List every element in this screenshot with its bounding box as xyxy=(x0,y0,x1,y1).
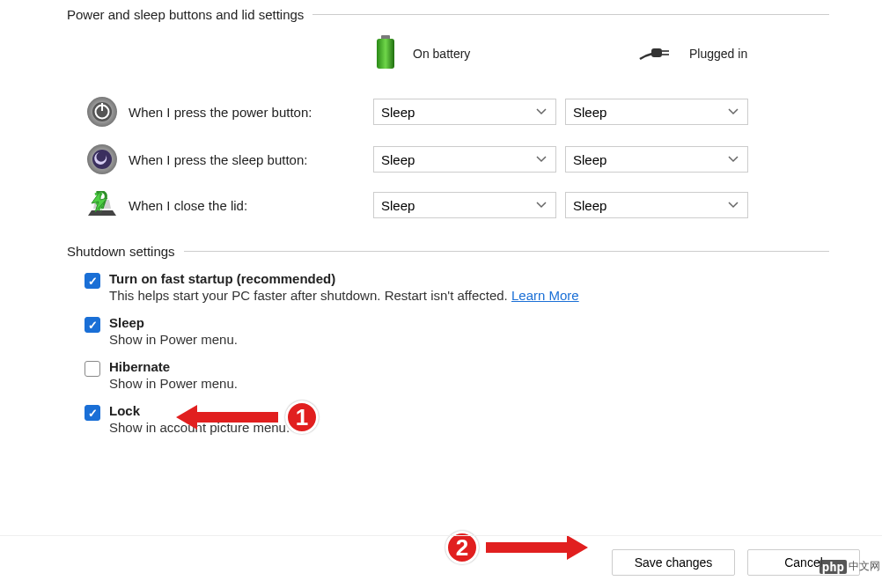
annotation-badge-1: 1 xyxy=(285,401,319,434)
row-power-button: When I press the power button: Sleep Sle… xyxy=(0,96,882,128)
lid-plugged-select[interactable]: Sleep xyxy=(565,192,748,218)
arrow-left-icon xyxy=(176,398,285,437)
section-title: Shutdown settings xyxy=(67,244,175,259)
section-title: Power and sleep buttons and lid settings xyxy=(67,7,304,22)
column-header-battery: On battery xyxy=(374,35,550,73)
divider xyxy=(312,14,829,15)
checkbox-hibernate[interactable] xyxy=(85,361,100,377)
option-subtext: Show in Power menu. xyxy=(109,376,238,391)
checkbox-sleep[interactable]: ✓ xyxy=(85,317,100,333)
svg-rect-2 xyxy=(651,48,662,57)
row-label: When I press the sleep button: xyxy=(129,152,363,167)
option-title: Sleep xyxy=(109,315,238,330)
checkbox-lock[interactable]: ✓ xyxy=(85,405,100,421)
sleep-button-icon xyxy=(76,143,129,175)
sleep-button-plugged-select[interactable]: Sleep xyxy=(565,146,748,173)
svg-rect-1 xyxy=(377,39,394,69)
option-fast-startup: ✓ Turn on fast startup (recommended) Thi… xyxy=(85,271,882,303)
column-headers: On battery Plugged in xyxy=(374,27,882,80)
column-label: On battery xyxy=(413,47,470,61)
lid-icon xyxy=(76,191,129,219)
option-title: Turn on fast startup (recommended) xyxy=(109,271,579,286)
watermark: php 中文网 xyxy=(820,559,880,574)
divider xyxy=(184,251,829,252)
annotation-1: 1 xyxy=(176,398,319,437)
option-hibernate: Hibernate Show in Power menu. xyxy=(85,359,882,391)
power-button-icon xyxy=(76,96,129,128)
watermark-text: 中文网 xyxy=(849,559,880,574)
option-subtext: This helps start your PC faster after sh… xyxy=(109,288,579,303)
battery-icon xyxy=(374,35,397,73)
sleep-button-battery-select[interactable]: Sleep xyxy=(373,146,556,173)
svg-marker-12 xyxy=(176,405,278,430)
plug-icon xyxy=(638,40,673,69)
save-changes-button[interactable]: Save changes xyxy=(612,549,735,576)
power-button-plugged-select[interactable]: Sleep xyxy=(565,99,748,125)
section-header-shutdown: Shutdown settings xyxy=(67,244,829,259)
column-label: Plugged in xyxy=(689,47,747,61)
section-header-power-lid: Power and sleep buttons and lid settings xyxy=(67,7,829,22)
row-label: When I press the power button: xyxy=(129,105,363,120)
row-label: When I close the lid: xyxy=(129,198,363,213)
column-header-plugged: Plugged in xyxy=(638,40,814,69)
learn-more-link[interactable]: Learn More xyxy=(511,288,579,303)
svg-rect-3 xyxy=(662,50,669,52)
checkbox-fast-startup[interactable]: ✓ xyxy=(85,273,100,289)
power-button-battery-select[interactable]: Sleep xyxy=(373,99,556,125)
row-sleep-button: When I press the sleep button: Sleep Sle… xyxy=(0,143,882,175)
watermark-logo: php xyxy=(820,560,847,574)
footer-bar: Save changes Cancel xyxy=(0,535,882,588)
svg-rect-4 xyxy=(662,54,669,55)
option-subtext: Show in Power menu. xyxy=(109,332,238,347)
lid-battery-select[interactable]: Sleep xyxy=(373,192,556,218)
option-title: Hibernate xyxy=(109,359,238,374)
option-sleep: ✓ Sleep Show in Power menu. xyxy=(85,315,882,347)
svg-rect-8 xyxy=(101,103,103,111)
row-lid: When I close the lid: Sleep Sleep xyxy=(0,191,882,219)
